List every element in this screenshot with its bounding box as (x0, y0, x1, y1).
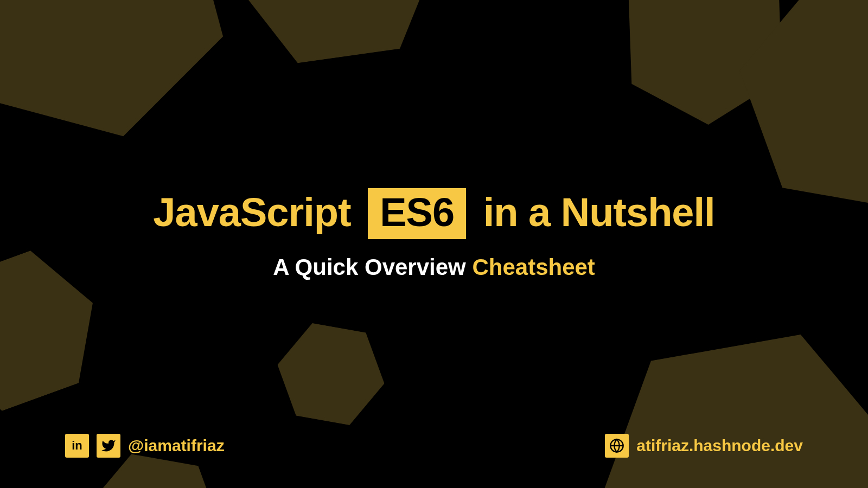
globe-icon (605, 434, 629, 458)
twitter-icon (97, 434, 120, 458)
main-title: JavaScript ES6 in a Nutshell (153, 188, 714, 239)
social-handle: @iamatifriaz (128, 436, 225, 455)
website-group: atifriaz.hashnode.dev (605, 434, 803, 458)
subtitle-accent: Cheatsheet (472, 254, 595, 280)
social-handle-group: in @iamatifriaz (65, 434, 225, 458)
subtitle: A Quick Overview Cheatsheet (273, 254, 595, 280)
linkedin-icon: in (65, 434, 89, 458)
subtitle-part1: A Quick Overview (273, 254, 466, 280)
title-part2: in a Nutshell (483, 190, 715, 235)
main-content: JavaScript ES6 in a Nutshell A Quick Ove… (0, 0, 868, 478)
footer: in @iamatifriaz atifriaz.hashnode.dev (0, 434, 868, 458)
website-url: atifriaz.hashnode.dev (636, 436, 803, 455)
title-highlight-box: ES6 (368, 188, 466, 239)
title-part1: JavaScript (153, 190, 350, 235)
